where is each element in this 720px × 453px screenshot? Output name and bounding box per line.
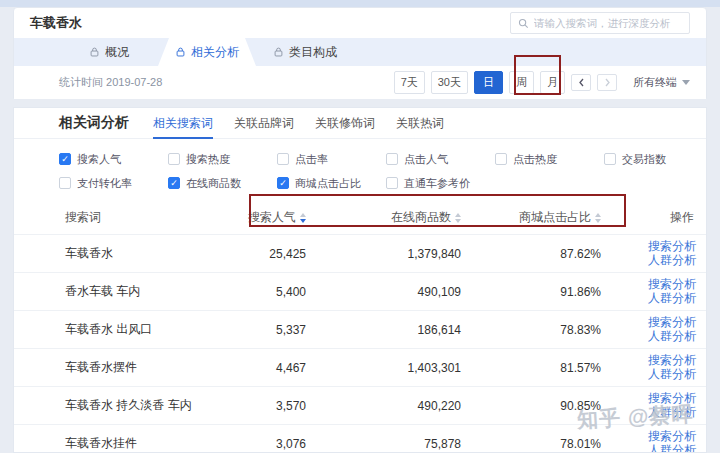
tab-label: 概况 [105, 44, 129, 61]
page-title: 车载香水 [30, 14, 82, 32]
tab-related-analysis[interactable]: 相关分析 [158, 38, 256, 66]
period-week-button[interactable]: 周 [509, 71, 534, 94]
tab-overview[interactable]: 概况 [60, 38, 158, 66]
tab-label: 类目构成 [289, 44, 337, 61]
cell-keyword: 车载香水挂件 [65, 435, 201, 452]
search-analysis-link[interactable]: 搜索分析 [648, 354, 696, 367]
cell-keyword: 车载香水 持久淡香 车内 [65, 397, 201, 414]
col-header-mall-click-ratio[interactable]: 商城点击占比 [461, 209, 601, 226]
terminal-filter-value: 所有终端 [633, 75, 677, 90]
checkbox-icon[interactable] [495, 153, 507, 165]
title-row: 车载香水 [14, 8, 706, 34]
subtab-related-modifier-words[interactable]: 关联修饰词 [315, 108, 375, 139]
cell-search-popularity: 3,076 [201, 437, 306, 451]
tab-category-composition[interactable]: 类目构成 [256, 38, 354, 66]
filter-label: 点击热度 [513, 152, 557, 167]
header-card: 车载香水 概况 相关分析 类目构成 统计时间 20 [13, 7, 707, 99]
terminal-filter-dropdown[interactable]: 所有终端 [633, 75, 690, 90]
filter-transaction-index[interactable]: 交易指数 [604, 152, 707, 167]
checkbox-icon[interactable] [386, 177, 398, 189]
cell-keyword: 车载香水 [65, 245, 201, 262]
filter-ztc-reference-price[interactable]: 直通车参考价 [386, 176, 495, 191]
search-analysis-link[interactable]: 搜索分析 [648, 240, 696, 253]
cell-keyword: 车载香水 出风口 [65, 321, 201, 338]
keyword-search-box[interactable] [510, 12, 690, 34]
filter-click-rate[interactable]: 点击率 [277, 152, 386, 167]
checkbox-checked-icon[interactable]: ✓ [277, 177, 289, 189]
cell-online-products: 75,878 [306, 437, 461, 451]
cell-online-products: 490,220 [306, 399, 461, 413]
period-7d-button[interactable]: 7天 [394, 71, 425, 94]
checkbox-icon[interactable] [59, 177, 71, 189]
prev-period-button[interactable] [571, 74, 591, 91]
cell-mall-click-ratio: 78.01% [461, 437, 601, 451]
filter-search-heat[interactable]: 搜索热度 [168, 152, 277, 167]
table-row: 车载香水摆件 4,467 1,403,301 81.57% 搜索分析人群分析 [14, 348, 706, 386]
page-top-strip [0, 0, 720, 7]
chevron-right-icon [604, 78, 611, 87]
checkbox-icon[interactable] [277, 153, 289, 165]
cell-mall-click-ratio: 91.86% [461, 285, 601, 299]
bag-icon [175, 47, 186, 58]
filter-label: 交易指数 [622, 152, 666, 167]
filter-online-products[interactable]: ✓在线商品数 [168, 176, 277, 191]
keywords-table: 搜索词 搜索人气 在线商品数 商城点击占比 操作 车载香水 25,425 1,3… [14, 201, 706, 453]
chevron-down-icon [682, 80, 690, 85]
cell-keyword: 香水车载 车内 [65, 283, 201, 300]
related-words-card: 相关词分析 相关搜索词 关联品牌词 关联修饰词 关联热词 ✓搜索人气 搜索热度 … [13, 107, 707, 453]
table-header-row: 搜索词 搜索人气 在线商品数 商城点击占比 操作 [14, 201, 706, 234]
subtab-related-brand-words[interactable]: 关联品牌词 [234, 108, 294, 139]
filter-payment-conversion[interactable]: 支付转化率 [59, 176, 168, 191]
period-month-button[interactable]: 月 [540, 71, 565, 94]
section-header: 相关词分析 相关搜索词 关联品牌词 关联修饰词 关联热词 [14, 108, 706, 139]
audience-analysis-link[interactable]: 人群分析 [648, 292, 696, 305]
cell-mall-click-ratio: 81.57% [461, 361, 601, 375]
filter-label: 支付转化率 [77, 176, 132, 191]
search-analysis-link[interactable]: 搜索分析 [648, 430, 696, 443]
cell-mall-click-ratio: 90.85% [461, 399, 601, 413]
filter-label: 搜索人气 [77, 152, 121, 167]
checkbox-checked-icon[interactable]: ✓ [59, 153, 71, 165]
cell-online-products: 1,403,301 [306, 361, 461, 375]
col-header-online-products[interactable]: 在线商品数 [306, 209, 461, 226]
col-header-keyword: 搜索词 [65, 209, 201, 226]
search-analysis-link[interactable]: 搜索分析 [648, 392, 696, 405]
period-day-button[interactable]: 日 [474, 71, 503, 94]
table-row: 车载香水挂件 3,076 75,878 78.01% 搜索分析人群分析 [14, 424, 706, 453]
filter-mall-click-ratio[interactable]: ✓商城点击占比 [277, 176, 386, 191]
audience-analysis-link[interactable]: 人群分析 [648, 406, 696, 419]
search-analysis-link[interactable]: 搜索分析 [648, 316, 696, 329]
cell-online-products: 490,109 [306, 285, 461, 299]
chevron-left-icon [578, 78, 585, 87]
filter-search-popularity[interactable]: ✓搜索人气 [59, 152, 168, 167]
col-header-search-popularity[interactable]: 搜索人气 [201, 209, 306, 226]
filter-label: 直通车参考价 [404, 176, 470, 191]
checkbox-checked-icon[interactable]: ✓ [168, 177, 180, 189]
table-row: 车载香水 25,425 1,379,840 87.62% 搜索分析人群分析 [14, 234, 706, 272]
subtab-related-search-words[interactable]: 相关搜索词 [153, 108, 213, 139]
cell-search-popularity: 4,467 [201, 361, 306, 375]
bag-icon [273, 47, 284, 58]
search-input[interactable] [534, 17, 682, 29]
stats-date-label: 统计时间 2019-07-28 [59, 75, 162, 90]
checkbox-icon[interactable] [604, 153, 616, 165]
search-analysis-link[interactable]: 搜索分析 [648, 278, 696, 291]
filter-click-heat[interactable]: 点击热度 [495, 152, 604, 167]
period-30d-button[interactable]: 30天 [431, 71, 468, 94]
cell-search-popularity: 25,425 [201, 247, 306, 261]
audience-analysis-link[interactable]: 人群分析 [648, 254, 696, 267]
audience-analysis-link[interactable]: 人群分析 [648, 444, 696, 453]
metric-filters: ✓搜索人气 搜索热度 点击率 点击人气 点击热度 交易指数 支付转化率 ✓在线商… [14, 139, 706, 195]
checkbox-icon[interactable] [386, 153, 398, 165]
cell-online-products: 186,614 [306, 323, 461, 337]
filter-click-popularity[interactable]: 点击人气 [386, 152, 495, 167]
tab-label: 相关分析 [191, 44, 239, 61]
audience-analysis-link[interactable]: 人群分析 [648, 330, 696, 343]
cell-mall-click-ratio: 78.83% [461, 323, 601, 337]
next-period-button[interactable] [597, 74, 617, 91]
subtab-related-hot-words[interactable]: 关联热词 [396, 108, 444, 139]
audience-analysis-link[interactable]: 人群分析 [648, 368, 696, 381]
filter-label: 点击率 [295, 152, 328, 167]
checkbox-icon[interactable] [168, 153, 180, 165]
period-selector: 7天 30天 日 周 月 所有终端 [394, 71, 690, 94]
